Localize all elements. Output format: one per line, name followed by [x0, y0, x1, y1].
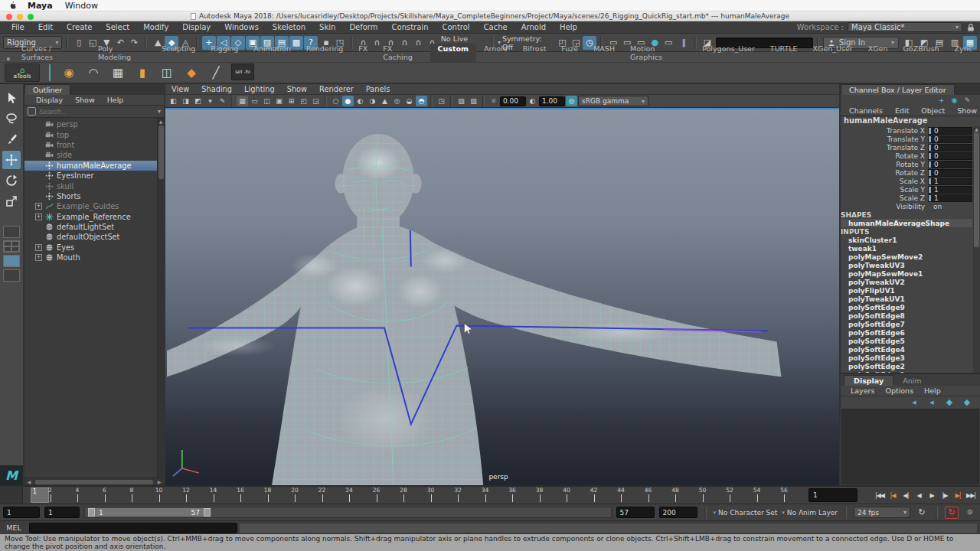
shelf-character-icon[interactable]: ◉	[60, 64, 78, 82]
safe-action-icon[interactable]: ◰	[298, 96, 309, 106]
timeline-tick-6[interactable]: 6	[103, 487, 106, 494]
shelf-tab-motion-graphics[interactable]: Motion Graphics	[622, 44, 694, 62]
scrollbar-thumb[interactable]	[158, 126, 164, 179]
chevron-down-icon[interactable]: ▾	[158, 108, 161, 115]
channel-translate-x[interactable]: Translate X0	[841, 126, 972, 135]
channel-box-menu-show[interactable]: Show	[952, 106, 980, 115]
input-node-polysoftedge5[interactable]: polySoftEdge5	[841, 337, 972, 345]
rotate-tool-button[interactable]	[2, 171, 21, 190]
new-layer-selected-icon[interactable]: ◆	[960, 396, 974, 409]
playback-end-field[interactable]: 57	[616, 507, 655, 518]
layer-menu-layers[interactable]: Layers	[845, 386, 880, 395]
shelf-tab-fx[interactable]: FX	[351, 44, 375, 62]
scroll-up-icon[interactable]: ▲	[975, 126, 978, 132]
shelf-tab-fuze[interactable]: Fuze	[554, 44, 586, 62]
lasso-tool-button[interactable]	[2, 109, 21, 128]
input-node-polysoftedge9[interactable]: polySoftEdge9	[841, 303, 972, 311]
play-forwards-button[interactable]: ▶	[926, 489, 938, 501]
timeline-tick-20[interactable]: 20	[291, 487, 299, 494]
play-backwards-button[interactable]: ◀	[913, 489, 925, 501]
shelf-pin-icon[interactable]: ◫	[158, 64, 176, 82]
layout-single-pane-button[interactable]	[3, 226, 20, 238]
menu-skin[interactable]: Skin	[312, 23, 342, 31]
input-node-tweak1[interactable]: tweak1	[841, 244, 972, 253]
motion-blur-icon[interactable]: ◒	[403, 96, 415, 106]
gate-mask-icon[interactable]: ▣	[273, 96, 285, 106]
layer-move-up-icon[interactable]: ◂	[907, 396, 921, 409]
timeline-tick-56[interactable]: 56	[780, 487, 788, 494]
shelf-tab-arnold[interactable]: Arnold	[476, 44, 515, 62]
channel-translate-y-field[interactable]: 0	[928, 135, 972, 143]
new-layer-icon[interactable]: ◆	[942, 396, 956, 409]
layer-move-down-icon[interactable]: ◂	[925, 396, 939, 409]
channel-translate-z[interactable]: Translate Z0	[841, 143, 972, 152]
layout-persp-outliner-button[interactable]	[3, 255, 20, 267]
outliner-item-eyesinner[interactable]: EyesInner	[24, 171, 164, 181]
shelf-tab-rendering[interactable]: Rendering	[299, 44, 351, 62]
outliner-item-humanmaleaverage[interactable]: humanMaleAverage	[24, 161, 164, 171]
go-to-start-button[interactable]: |◀◀	[874, 489, 886, 501]
layer-tab-display[interactable]: Display	[844, 375, 893, 386]
timeline-tick-36[interactable]: 36	[508, 487, 516, 494]
outliner-item-front[interactable]: front	[24, 140, 164, 150]
input-node-polyflipuv1[interactable]: polyFlipUV1	[841, 286, 972, 295]
resolution-gate-icon[interactable]: ◫	[261, 96, 273, 106]
channel-box-scrollbar[interactable]: ▲	[973, 126, 980, 373]
go-to-end-button[interactable]: ▶▶|	[965, 489, 977, 501]
shelf-tab-custom[interactable]: Custom	[430, 44, 476, 62]
field-chart-icon[interactable]: ⊞	[286, 96, 297, 106]
workspace-dropdown[interactable]: Maya Classic* ▾	[848, 22, 962, 32]
channel-edit-icon[interactable]: ✎	[962, 96, 972, 106]
channel-rotate-z[interactable]: Rotate Z0	[841, 168, 972, 177]
menu-windows[interactable]: Windows	[217, 23, 266, 31]
channel-box-menu-channels[interactable]: Channels	[844, 106, 888, 115]
channel-box-menu-edit[interactable]: Edit	[890, 106, 914, 115]
outliner-item-eyes[interactable]: +Eyes	[24, 243, 164, 253]
timeline-tick-18[interactable]: 18	[264, 487, 272, 494]
timeline-tick-22[interactable]: 22	[318, 487, 326, 494]
shelf-tab-poly-modeling[interactable]: Poly Modeling	[90, 44, 154, 62]
input-node-polysoftedge1[interactable]: polySoftEdge1	[841, 370, 972, 373]
input-node-polysoftedge2[interactable]: polySoftEdge2	[841, 362, 972, 370]
screen-space-ao-icon[interactable]: ◎	[391, 96, 403, 106]
input-node-polymapsewmove1[interactable]: polyMapSewMove1	[841, 269, 972, 278]
outliner-item-example-guides[interactable]: +Example_Guides	[24, 201, 164, 211]
shelf-cylinder-icon[interactable]: ▮	[133, 64, 152, 82]
step-back-frame-button[interactable]: ◀|	[900, 489, 912, 501]
shelf-tab-xgen-user[interactable]: XGen_User	[805, 44, 861, 62]
menu-edit[interactable]: Edit	[31, 23, 60, 31]
range-end-handle[interactable]	[204, 508, 211, 517]
image-plane-icon[interactable]: ✎	[217, 96, 228, 106]
range-slider-track[interactable]: 1 57	[84, 507, 612, 518]
input-node-polysoftedge3[interactable]: polySoftEdge3	[841, 354, 972, 362]
anim-layer-dropdown[interactable]: ▾ No Anim Layer	[782, 509, 838, 517]
show-manipulators-icon[interactable]: +	[936, 96, 946, 106]
outliner-item-skull[interactable]: skull	[24, 181, 164, 191]
timeline-tick-50[interactable]: 50	[699, 487, 707, 494]
layer-list-area[interactable]	[841, 409, 979, 484]
shelf-tab-fx-caching[interactable]: FX Caching	[375, 44, 430, 62]
menu-cache[interactable]: Cache	[477, 23, 514, 31]
input-node-polysoftedge6[interactable]: polySoftEdge6	[841, 328, 972, 337]
input-node-polytweakuv3[interactable]: polyTweakUV3	[841, 261, 972, 269]
channel-scale-y[interactable]: Scale Y1	[841, 185, 972, 194]
outliner-item-defaultobjectset[interactable]: defaultObjectSet	[24, 232, 164, 242]
xray-icon[interactable]: ▧	[456, 96, 467, 106]
scrollbar-thumb[interactable]	[974, 132, 979, 247]
timeline-tick-32[interactable]: 32	[454, 487, 462, 494]
expand-icon[interactable]: +	[35, 254, 42, 261]
timeline-tick-54[interactable]: 54	[753, 487, 761, 494]
film-gate-icon[interactable]: ▭	[249, 96, 260, 106]
layout-custom-button[interactable]	[3, 269, 20, 282]
channel-scale-y-field[interactable]: 1	[928, 186, 972, 194]
safe-title-icon[interactable]: ◲	[310, 96, 322, 106]
timeline-tick-2[interactable]: 2	[48, 487, 52, 494]
auto-keyframe-button[interactable]: ↻	[945, 507, 959, 519]
channel-rotate-x[interactable]: Rotate X0	[841, 152, 972, 160]
menu-file[interactable]: File	[5, 23, 31, 31]
channel-visibility[interactable]: Visibilityon	[841, 202, 972, 210]
outliner-search-input[interactable]	[39, 108, 155, 116]
shelf-tab-animation[interactable]: Animation	[246, 44, 298, 62]
step-back-key-button[interactable]: |◀	[887, 489, 899, 501]
viewport-menu-lighting[interactable]: Lighting	[244, 85, 275, 93]
